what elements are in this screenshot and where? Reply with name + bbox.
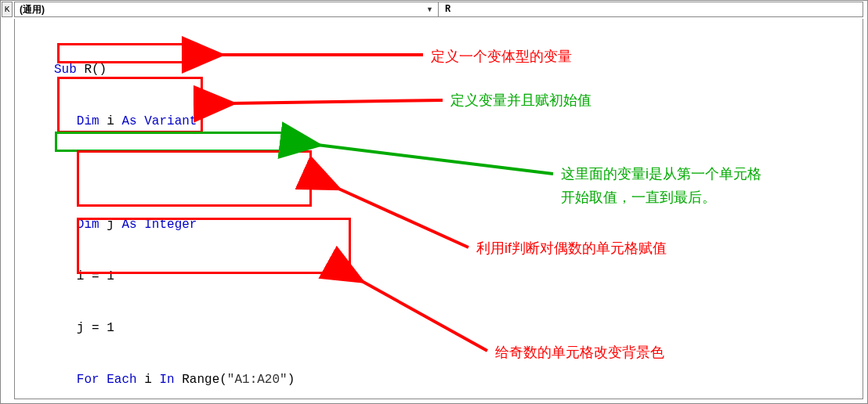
code-token: i xyxy=(107,114,121,128)
gutter-cell: K xyxy=(2,2,13,17)
annotation-5: 给奇数的单元格改变背景色 xyxy=(495,343,664,362)
code-editor[interactable]: Sub R() Dim i As Variant Dim j As Intege… xyxy=(14,19,863,399)
procedure-dropdown[interactable]: R xyxy=(439,2,863,16)
code-token: For Each xyxy=(77,373,144,387)
code-token: As Integer xyxy=(121,218,197,232)
annotation-2: 定义变量并且赋初始值 xyxy=(450,91,591,110)
code-token: j xyxy=(107,218,121,232)
code-content: Sub R() Dim i As Variant Dim j As Intege… xyxy=(15,27,863,404)
code-token: As Variant xyxy=(121,114,197,128)
code-token: j = 1 xyxy=(77,321,114,335)
object-dropdown-label: (通用) xyxy=(20,3,45,16)
dropdown-bar: (通用) ▼ R xyxy=(14,2,863,17)
annotation-4: 利用if判断对偶数的单元格赋值 xyxy=(476,239,667,258)
code-token: Sub xyxy=(54,63,84,77)
annotation-3-line1: 这里面的变量i是从第一个单元格 xyxy=(561,164,761,183)
code-token: "A1:A20" xyxy=(227,373,288,387)
code-token: In xyxy=(159,373,182,387)
code-token: Dim xyxy=(77,114,107,128)
chevron-down-icon: ▼ xyxy=(426,5,433,13)
code-token: Range( xyxy=(182,373,227,387)
procedure-dropdown-label: R xyxy=(445,4,450,15)
object-dropdown[interactable]: (通用) ▼ xyxy=(15,2,439,16)
annotation-1: 定义一个变体型的变量 xyxy=(431,47,572,66)
code-token: ) xyxy=(288,373,295,387)
annotation-3-line2: 开始取值，一直到最后。 xyxy=(561,188,716,207)
code-token: R() xyxy=(84,63,107,77)
code-token: Dim xyxy=(77,218,107,232)
code-token: i = 1 xyxy=(77,269,114,283)
code-token: i xyxy=(144,373,159,387)
